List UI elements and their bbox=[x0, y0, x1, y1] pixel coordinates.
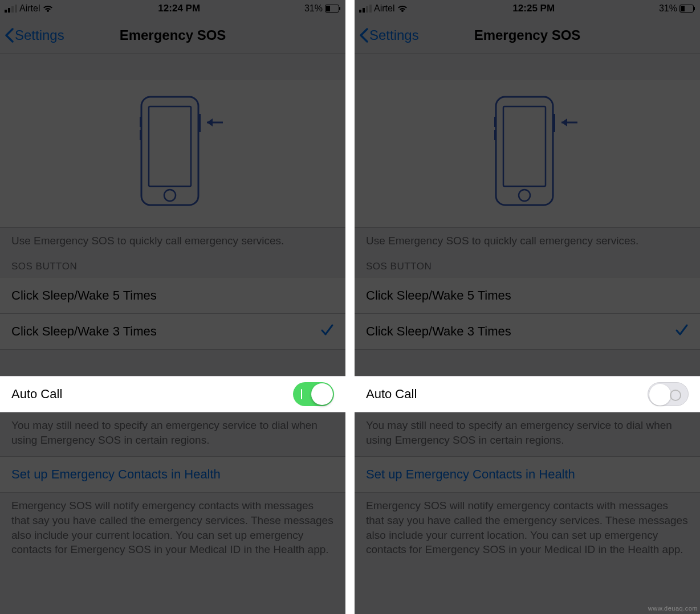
link-label: Set up Emergency Contacts in Health bbox=[11, 467, 221, 482]
auto-call-footer: You may still need to specify an emergen… bbox=[0, 412, 345, 456]
intro-caption: Use Emergency SOS to quickly call emerge… bbox=[0, 228, 345, 251]
phone-diagram bbox=[355, 80, 700, 228]
auto-call-toggle[interactable] bbox=[293, 382, 334, 406]
back-button[interactable]: Settings bbox=[359, 27, 419, 43]
chevron-left-icon bbox=[5, 28, 14, 43]
back-label: Settings bbox=[369, 27, 419, 43]
section-header-sos: SOS BUTTON bbox=[355, 251, 700, 277]
svg-rect-14 bbox=[503, 107, 546, 186]
back-label: Settings bbox=[15, 27, 64, 43]
status-time: 12:24 PM bbox=[158, 3, 200, 14]
chevron-left-icon bbox=[359, 28, 368, 43]
svg-point-5 bbox=[164, 190, 176, 201]
option-sleep-wake-3[interactable]: Click Sleep/Wake 3 Times bbox=[355, 313, 700, 350]
nav-bar: Settings Emergency SOS bbox=[355, 17, 700, 54]
battery-icon bbox=[679, 5, 695, 13]
auto-call-toggle[interactable] bbox=[648, 382, 689, 406]
auto-call-label: Auto Call bbox=[11, 387, 62, 402]
option-label: Click Sleep/Wake 3 Times bbox=[366, 324, 511, 339]
option-sleep-wake-5[interactable]: Click Sleep/Wake 5 Times bbox=[355, 277, 700, 313]
svg-rect-16 bbox=[494, 117, 496, 127]
option-label: Click Sleep/Wake 5 Times bbox=[366, 288, 511, 303]
option-sleep-wake-3[interactable]: Click Sleep/Wake 3 Times bbox=[0, 313, 345, 350]
phone-diagram bbox=[0, 80, 345, 228]
auto-call-footer: You may still need to specify an emergen… bbox=[355, 412, 700, 456]
svg-rect-12 bbox=[694, 7, 695, 10]
battery-pct: 31% bbox=[304, 3, 323, 14]
link-label: Set up Emergency Contacts in Health bbox=[366, 467, 575, 482]
setup-emergency-contacts-link[interactable]: Set up Emergency Contacts in Health bbox=[355, 456, 700, 493]
svg-rect-8 bbox=[198, 114, 201, 132]
intro-caption: Use Emergency SOS to quickly call emerge… bbox=[355, 228, 700, 251]
emergency-contacts-footer: Emergency SOS will notify emergency cont… bbox=[0, 493, 345, 566]
status-bar: Airtel 12:24 PM 31% bbox=[0, 0, 345, 17]
battery-icon bbox=[325, 5, 341, 13]
auto-call-row[interactable]: Auto Call bbox=[355, 376, 700, 412]
svg-rect-18 bbox=[552, 114, 555, 132]
svg-rect-11 bbox=[681, 6, 685, 11]
svg-rect-2 bbox=[339, 7, 340, 10]
svg-rect-1 bbox=[326, 6, 330, 11]
carrier-label: Airtel bbox=[374, 3, 394, 14]
option-label: Click Sleep/Wake 3 Times bbox=[11, 324, 157, 339]
svg-rect-7 bbox=[140, 130, 142, 140]
wifi-icon bbox=[397, 5, 408, 13]
back-button[interactable]: Settings bbox=[5, 27, 64, 43]
setup-emergency-contacts-link[interactable]: Set up Emergency Contacts in Health bbox=[0, 456, 345, 493]
section-header-sos: SOS BUTTON bbox=[0, 251, 345, 277]
option-sleep-wake-5[interactable]: Click Sleep/Wake 5 Times bbox=[0, 277, 345, 313]
status-time: 12:25 PM bbox=[512, 3, 555, 14]
auto-call-row[interactable]: Auto Call bbox=[0, 376, 345, 412]
svg-rect-3 bbox=[141, 97, 198, 205]
option-label: Click Sleep/Wake 5 Times bbox=[11, 288, 157, 303]
signal-icon bbox=[359, 5, 372, 13]
battery-pct: 31% bbox=[659, 3, 677, 14]
emergency-contacts-footer: Emergency SOS will notify emergency cont… bbox=[355, 493, 700, 566]
nav-bar: Settings Emergency SOS bbox=[0, 17, 345, 54]
checkmark-icon bbox=[675, 324, 689, 339]
svg-rect-13 bbox=[496, 97, 553, 205]
signal-icon bbox=[5, 5, 17, 13]
status-bar: Airtel 12:25 PM 31% bbox=[355, 0, 700, 17]
wifi-icon bbox=[42, 5, 54, 13]
carrier-label: Airtel bbox=[19, 3, 40, 14]
svg-rect-17 bbox=[494, 130, 496, 140]
svg-rect-6 bbox=[140, 117, 142, 127]
checkmark-icon bbox=[320, 324, 334, 339]
auto-call-label: Auto Call bbox=[366, 387, 417, 402]
svg-point-15 bbox=[519, 190, 530, 201]
watermark: www.deuaq.com bbox=[648, 605, 698, 612]
svg-rect-4 bbox=[149, 107, 191, 186]
